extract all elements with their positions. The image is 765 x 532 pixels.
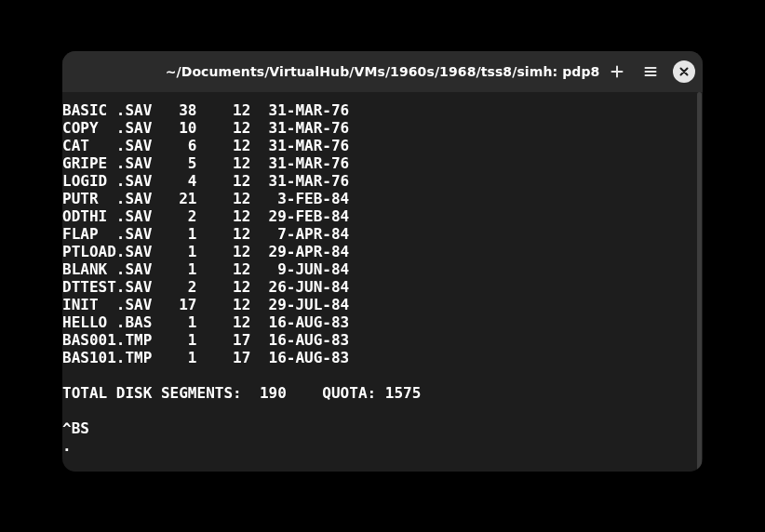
terminal-window: ~/Documents/VirtualHub/VMs/1960s/1968/ts… [62, 51, 703, 472]
new-tab-button[interactable] [606, 60, 628, 83]
window-title: ~/Documents/VirtualHub/VMs/1960s/1968/ts… [166, 64, 600, 79]
titlebar: ~/Documents/VirtualHub/VMs/1960s/1968/ts… [62, 51, 703, 92]
plus-icon [610, 64, 624, 79]
scrollbar[interactable] [697, 92, 702, 471]
terminal-output[interactable]: BASIC .SAV 38 12 31-MAR-76 COPY .SAV 10 … [62, 92, 703, 455]
hamburger-icon [643, 64, 658, 79]
close-icon [678, 66, 690, 77]
menu-button[interactable] [639, 60, 662, 83]
titlebar-buttons [606, 51, 695, 92]
close-button[interactable] [673, 60, 695, 83]
